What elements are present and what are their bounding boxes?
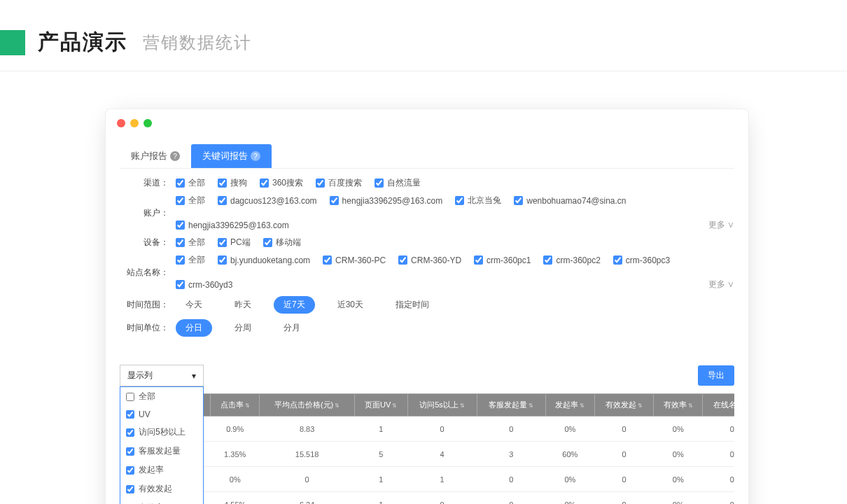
minimize-icon[interactable]: [130, 119, 139, 127]
table-row[interactable]: bj-云朵课堂0.9%8.831000%00%000%: [120, 416, 735, 442]
filter-option[interactable]: dagcuos123@163.com: [218, 196, 317, 206]
checkbox[interactable]: [263, 238, 272, 247]
filter-option[interactable]: crm-360pc3: [613, 255, 670, 265]
checkbox[interactable]: [176, 238, 185, 247]
filter-option[interactable]: 百度搜索: [316, 177, 362, 189]
filter-option[interactable]: 北京当兔: [455, 195, 501, 206]
filter-option[interactable]: 全部: [176, 177, 205, 189]
pill-option[interactable]: 指定时间: [386, 296, 439, 314]
column-header[interactable]: 平均点击价格(元)⇅: [260, 394, 355, 416]
filter-option[interactable]: crm-360pc2: [543, 255, 600, 265]
column-selector-button[interactable]: 显示列 ▾: [120, 365, 204, 386]
column-option[interactable]: 客服发起量: [120, 442, 203, 461]
checkbox[interactable]: [126, 393, 134, 401]
column-option[interactable]: UV: [120, 406, 203, 423]
export-button[interactable]: 导出: [698, 365, 734, 386]
filter-option[interactable]: crm-360pc1: [474, 255, 531, 265]
filter-option[interactable]: 全部: [176, 195, 205, 206]
checkbox[interactable]: [316, 178, 325, 188]
filter-option[interactable]: 全部: [176, 237, 205, 248]
sort-icon[interactable]: ⇅: [392, 402, 397, 409]
column-header[interactable]: 有效率⇅: [654, 394, 703, 416]
column-selector[interactable]: 显示列 ▾ 全部UV访问5秒以上客服发起量发起率有效发起有效率在线名片离线名片名…: [120, 365, 204, 386]
checkbox[interactable]: [613, 255, 622, 265]
column-option[interactable]: 发起率: [120, 461, 203, 479]
filter-option[interactable]: crm-360yd3: [176, 280, 232, 290]
column-header[interactable]: 客服发起量⇅: [477, 394, 545, 416]
close-icon[interactable]: [117, 119, 125, 127]
checkbox[interactable]: [176, 178, 185, 188]
filter-option[interactable]: 全部: [176, 254, 205, 266]
table-row[interactable]: bj-云朵课堂0%01100%00%000%: [120, 467, 735, 492]
checkbox[interactable]: [474, 255, 483, 265]
sort-icon[interactable]: ⇅: [580, 402, 584, 409]
column-header[interactable]: 页面UV⇅: [354, 394, 407, 416]
checkbox[interactable]: [398, 255, 407, 265]
column-dropdown[interactable]: 全部UV访问5秒以上客服发起量发起率有效发起有效率在线名片离线名片名片索取率有效…: [120, 386, 204, 504]
help-icon[interactable]: ?: [170, 151, 180, 161]
checkbox[interactable]: [514, 196, 523, 205]
maximize-icon[interactable]: [144, 119, 152, 127]
filter-option[interactable]: 搜狗: [218, 177, 247, 189]
checkbox[interactable]: [176, 196, 185, 205]
column-header[interactable]: 有效发起⇅: [594, 394, 653, 416]
column-header[interactable]: 访问5s以上⇅: [407, 394, 477, 416]
checkbox[interactable]: [218, 178, 227, 188]
checkbox[interactable]: [176, 220, 185, 230]
column-header[interactable]: 在线名片⇅: [703, 394, 734, 416]
checkbox[interactable]: [126, 485, 134, 493]
checkbox[interactable]: [176, 280, 185, 289]
sort-icon[interactable]: ⇅: [688, 402, 693, 409]
cell: 0: [407, 492, 477, 505]
column-header[interactable]: 发起率⇅: [545, 394, 594, 416]
column-option[interactable]: 全部: [120, 387, 203, 406]
filter-option[interactable]: hengjia3396295@163.com: [330, 196, 443, 206]
filter-option[interactable]: wenbohuamao74@sina.cn: [514, 196, 626, 206]
sort-icon[interactable]: ⇅: [245, 402, 250, 409]
checkbox[interactable]: [126, 447, 134, 456]
filter-option[interactable]: hengjia3396295@163.com: [176, 220, 289, 230]
filter-option[interactable]: CRM-360-YD: [398, 255, 461, 265]
checkbox[interactable]: [126, 410, 134, 419]
checkbox[interactable]: [260, 178, 269, 188]
column-option[interactable]: 访问5秒以上: [120, 423, 203, 442]
filter-option[interactable]: bj.yunduoketang.com: [218, 255, 310, 265]
checkbox[interactable]: [126, 466, 134, 475]
column-option[interactable]: 有效发起: [120, 479, 203, 498]
pill-option[interactable]: 今天: [176, 296, 212, 314]
checkbox[interactable]: [323, 255, 332, 265]
column-option[interactable]: 有效率: [120, 498, 203, 504]
checkbox[interactable]: [330, 196, 339, 205]
pill-option[interactable]: 分日: [176, 319, 212, 337]
checkbox[interactable]: [126, 428, 134, 437]
table-row[interactable]: bj-云朵课堂4.55%6.241000%00%000%: [120, 492, 735, 505]
table-row[interactable]: bj-云朵课堂1.35%15.51854360%00%000%: [120, 442, 735, 467]
filter-option[interactable]: 自然流量: [374, 177, 421, 189]
tab-keyword-report[interactable]: 关键词报告 ?: [191, 144, 272, 168]
checkbox[interactable]: [176, 255, 185, 265]
pill-option[interactable]: 昨天: [225, 296, 261, 314]
filter-option[interactable]: 移动端: [263, 237, 301, 248]
sort-icon[interactable]: ⇅: [460, 402, 465, 409]
checkbox[interactable]: [218, 255, 227, 265]
sort-icon[interactable]: ⇅: [528, 402, 533, 409]
pill-option[interactable]: 近7天: [274, 296, 315, 314]
checkbox[interactable]: [374, 178, 384, 188]
filter-option[interactable]: CRM-360-PC: [323, 255, 386, 265]
sort-icon[interactable]: ⇅: [335, 402, 340, 409]
checkbox[interactable]: [218, 238, 227, 247]
more-toggle[interactable]: 更多 ∨: [708, 219, 734, 231]
filter-option[interactable]: 360搜索: [260, 177, 303, 189]
checkbox[interactable]: [455, 196, 464, 205]
pill-option[interactable]: 分周: [225, 319, 261, 337]
more-toggle[interactable]: 更多 ∨: [708, 279, 734, 290]
column-header[interactable]: 点击率⇅: [211, 394, 260, 416]
help-icon[interactable]: ?: [251, 151, 260, 161]
pill-option[interactable]: 分月: [274, 319, 310, 337]
filter-option[interactable]: PC端: [218, 237, 251, 248]
checkbox[interactable]: [543, 255, 552, 265]
checkbox[interactable]: [218, 196, 227, 205]
tab-account-report[interactable]: 账户报告 ?: [120, 144, 191, 168]
sort-icon[interactable]: ⇅: [638, 402, 643, 409]
pill-option[interactable]: 近30天: [328, 296, 373, 314]
